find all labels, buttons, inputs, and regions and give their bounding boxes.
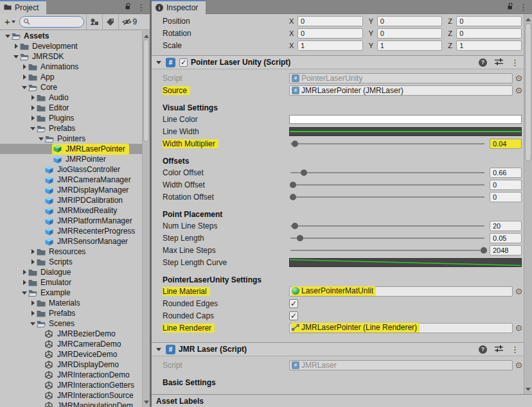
help-icon[interactable]: ?: [479, 58, 487, 67]
slider[interactable]: [289, 221, 486, 231]
component-menu-icon[interactable]: ⋮: [511, 345, 519, 354]
position-y-field[interactable]: 0: [377, 16, 443, 26]
slider[interactable]: [289, 192, 486, 202]
checkbox[interactable]: ✓: [289, 299, 298, 308]
component-header-pointer-laser-unity-script[interactable]: #✓Pointer Laser Unity (Script)?⋮: [152, 55, 524, 69]
tree-item-app[interactable]: App: [0, 72, 142, 82]
object-picker-icon[interactable]: ⊙: [514, 86, 524, 94]
tree-item-jmrrecenterprogress[interactable]: JMRRecenterProgress: [0, 226, 142, 236]
tree-item-prefabs[interactable]: Prefabs: [0, 123, 142, 134]
object-picker-icon[interactable]: ⊙: [514, 361, 524, 369]
component-header-jmr-laser-script[interactable]: #JMR Laser (Script)?⋮: [152, 342, 524, 356]
color-field[interactable]: [289, 115, 522, 124]
foldout-closed-icon[interactable]: [21, 280, 28, 285]
tree-item-audio[interactable]: Audio: [0, 92, 142, 103]
tree-item-dialogue[interactable]: Dialogue: [0, 267, 142, 277]
position-x-field[interactable]: 0: [297, 16, 363, 26]
scale-z-field[interactable]: 1: [456, 40, 522, 51]
tree-item-jmrdevicedemo[interactable]: JMRDeviceDemo: [0, 349, 142, 359]
slider[interactable]: [289, 168, 486, 178]
slider-handle[interactable]: [292, 141, 298, 147]
foldout-open-icon[interactable]: [21, 83, 28, 92]
object-field[interactable]: #PointerLaserUnity: [289, 73, 513, 83]
tree-item-jmrcameramanager[interactable]: JMRCameraManager: [0, 175, 142, 185]
tree-item-jmrlaserpointer[interactable]: JMRLaserPointer: [0, 144, 142, 154]
slider[interactable]: [289, 245, 486, 255]
object-field[interactable]: JMRLaserPointer (Line Renderer): [289, 323, 513, 333]
scrollbar-thumb[interactable]: [143, 39, 149, 142]
slider-handle[interactable]: [290, 194, 296, 200]
slider-handle[interactable]: [301, 169, 307, 176]
panel-menu-icon[interactable]: ⋮: [519, 3, 528, 12]
tree-item-development[interactable]: Development: [0, 41, 142, 51]
value-input[interactable]: 2048: [490, 245, 522, 255]
foldout-open-icon[interactable]: [12, 53, 20, 61]
foldout-open-icon[interactable]: [155, 345, 163, 354]
tree-item-jioglasscontroller[interactable]: JioGlassController: [0, 164, 142, 175]
slider-handle[interactable]: [297, 235, 303, 241]
slider-handle[interactable]: [481, 247, 487, 254]
create-asset-button[interactable]: +: [1, 14, 17, 30]
tree-item-jmrinteractiondemo[interactable]: JMRInteractionDemo: [0, 370, 142, 380]
value-input[interactable]: 0.04: [490, 139, 522, 149]
foldout-closed-icon[interactable]: [21, 270, 28, 275]
tree-item-jmrdisplaydemo[interactable]: JMRDisplayDemo: [0, 359, 142, 370]
foldout-closed-icon[interactable]: [29, 259, 37, 264]
scroll-down-icon[interactable]: [524, 386, 532, 394]
tree-item-scripts[interactable]: Scripts: [0, 257, 142, 267]
presets-icon[interactable]: [494, 58, 504, 67]
slider[interactable]: [289, 233, 486, 243]
foldout-closed-icon[interactable]: [21, 74, 28, 80]
foldout-closed-icon[interactable]: [12, 44, 20, 49]
tree-item-jmrsdk[interactable]: JMRSDK: [0, 51, 142, 62]
object-field[interactable]: #JMRLaserPointer (JMRLaser): [289, 85, 513, 96]
slider-handle[interactable]: [290, 182, 296, 188]
tree-item-jmrdisplaymanager[interactable]: JMRDisplayManager: [0, 185, 142, 195]
inspector-scrollbar[interactable]: [524, 14, 532, 394]
tree-item-pointers[interactable]: Pointers: [0, 134, 142, 144]
slider-handle[interactable]: [292, 223, 298, 229]
tree-item-jmrinteractiongetters[interactable]: JMRInteractionGetters: [0, 380, 142, 390]
tree-item-jmrmixedreality[interactable]: JMRMixedReality: [0, 205, 142, 216]
panel-menu-icon[interactable]: ⋮: [137, 3, 145, 12]
hidden-count-button[interactable]: 9: [118, 14, 141, 30]
curve-field[interactable]: [289, 127, 522, 136]
slider[interactable]: [289, 139, 486, 149]
scale-y-field[interactable]: 1: [377, 40, 443, 51]
foldout-closed-icon[interactable]: [29, 116, 37, 121]
asset-labels-bar[interactable]: Asset Labels: [152, 394, 532, 407]
tree-item-jmrplatformmanager[interactable]: JMRPlatformManager: [0, 216, 142, 226]
scroll-up-icon[interactable]: [143, 31, 150, 39]
curve-field[interactable]: [289, 258, 522, 267]
rotation-x-field[interactable]: 0: [297, 28, 363, 39]
tree-item-jmrcamerademo[interactable]: JMRCameraDemo: [0, 339, 142, 349]
tree-item-jmrbezierdemo[interactable]: JMRBezierDemo: [0, 329, 142, 339]
lock-icon[interactable]: [507, 1, 514, 13]
foldout-closed-icon[interactable]: [29, 95, 37, 100]
tree-item-core[interactable]: Core: [0, 82, 142, 92]
project-scrollbar[interactable]: [142, 31, 150, 407]
lock-icon[interactable]: [125, 1, 132, 13]
foldout-closed-icon[interactable]: [29, 105, 37, 110]
rotation-z-field[interactable]: 0: [456, 28, 522, 39]
component-menu-icon[interactable]: ⋮: [511, 58, 519, 67]
foldout-open-icon[interactable]: [29, 125, 37, 133]
tree-item-emulator[interactable]: Emulator: [0, 277, 142, 288]
foldout-closed-icon[interactable]: [21, 64, 28, 69]
tree-item-animations[interactable]: Animations: [0, 62, 142, 72]
filter-by-type-button[interactable]: [86, 14, 102, 30]
scroll-up-icon[interactable]: [524, 14, 532, 22]
tab-inspector[interactable]: i Inspector: [152, 0, 206, 14]
scroll-down-icon[interactable]: [143, 399, 150, 407]
search-input[interactable]: [32, 17, 80, 26]
object-picker-icon[interactable]: ⊙: [514, 287, 524, 295]
foldout-closed-icon[interactable]: [29, 300, 37, 306]
help-icon[interactable]: ?: [479, 345, 487, 354]
tab-project[interactable]: Project: [0, 0, 46, 14]
object-picker-icon[interactable]: ⊙: [514, 324, 524, 332]
tree-item-jmrpointer[interactable]: JMRPointer: [0, 154, 142, 164]
foldout-closed-icon[interactable]: [29, 311, 37, 316]
object-field[interactable]: LaserPointerMatUnlit: [289, 286, 513, 297]
tree-item-jmrmanipulationdem[interactable]: JMRManipulationDem: [0, 401, 142, 407]
scrollbar-thumb[interactable]: [525, 23, 531, 161]
